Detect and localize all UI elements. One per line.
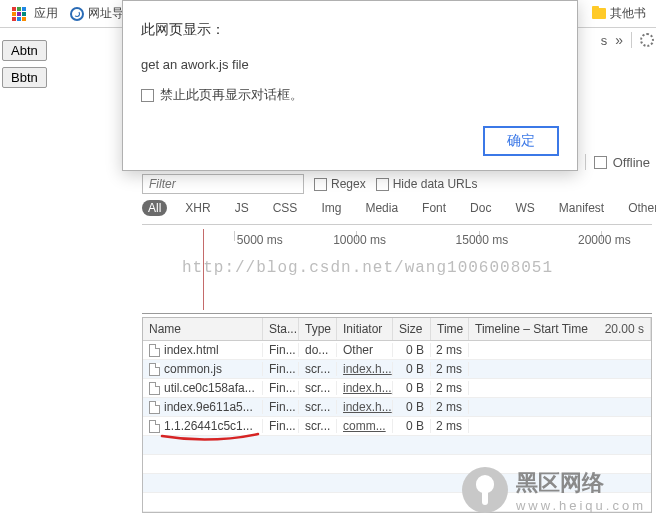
table-header: Name Sta... Type Initiator Size Time Tim…	[143, 318, 651, 341]
hide-data-urls-option[interactable]: Hide data URLs	[376, 177, 478, 191]
timeline-tick: 5000 ms	[234, 231, 281, 241]
table-row[interactable]: util.ce0c158afa...Fin...scr...index.h...…	[143, 379, 651, 398]
watermark-text: http://blog.csdn.net/wang1006008051	[182, 259, 553, 277]
divider	[631, 32, 632, 48]
apps-button[interactable]: 应用	[4, 3, 64, 24]
cell-initiator: index.h...	[337, 381, 393, 395]
suppress-checkbox[interactable]	[141, 89, 154, 102]
table-row[interactable]: common.jsFin...scr...index.h...0 B2 ms	[143, 360, 651, 379]
cell-size: 0 B	[393, 362, 431, 376]
cell-time: 2 ms	[431, 381, 469, 395]
regex-option[interactable]: Regex	[314, 177, 366, 191]
type-filter-doc[interactable]: Doc	[464, 200, 497, 216]
dialog-title: 此网页显示：	[141, 21, 559, 39]
col-timeline[interactable]: Timeline – Start Time 20.00 s	[469, 318, 651, 340]
folder-icon	[592, 8, 606, 19]
apps-label: 应用	[34, 5, 58, 22]
col-type[interactable]: Type	[299, 318, 337, 340]
cell-initiator: index.h...	[337, 400, 393, 414]
cell-initiator: comm...	[337, 419, 393, 433]
cell-type: do...	[299, 343, 337, 357]
alert-dialog: 此网页显示： get an awork.js file 禁止此页再显示对话框。 …	[122, 0, 578, 171]
pane-divider[interactable]	[142, 310, 652, 316]
bookmark-nav-label: 网址导	[88, 5, 124, 22]
cell-type: scr...	[299, 381, 337, 395]
cell-name: index.9e611a5...	[143, 400, 263, 414]
ok-button[interactable]: 确定	[483, 126, 559, 156]
cell-size: 0 B	[393, 419, 431, 433]
resource-type-filter: AllXHRJSCSSImgMediaFontDocWSManifestOthe…	[142, 200, 656, 216]
timeline-tick: 10000 ms	[356, 231, 410, 241]
cell-time: 2 ms	[431, 343, 469, 357]
filter-input[interactable]	[142, 174, 304, 194]
cell-type: scr...	[299, 400, 337, 414]
col-size[interactable]: Size	[393, 318, 431, 340]
file-icon	[149, 401, 160, 414]
cell-type: scr...	[299, 362, 337, 376]
col-time[interactable]: Time	[431, 318, 469, 340]
swirl-icon	[70, 7, 84, 21]
cell-status: Fin...	[263, 343, 299, 357]
cell-name: util.ce0c158afa...	[143, 381, 263, 395]
timeline-tick: 20000 ms	[601, 231, 655, 241]
bbtn-button[interactable]: Bbtn	[2, 67, 47, 88]
type-filter-manifest[interactable]: Manifest	[553, 200, 610, 216]
logo-title: 黑区网络	[516, 468, 646, 498]
cell-status: Fin...	[263, 400, 299, 414]
annotation-underline	[160, 430, 260, 444]
type-filter-css[interactable]: CSS	[267, 200, 304, 216]
divider	[585, 154, 586, 170]
mushroom-icon	[462, 467, 508, 513]
col-status[interactable]: Sta...	[263, 318, 299, 340]
type-filter-font[interactable]: Font	[416, 200, 452, 216]
dialog-message: get an awork.js file	[141, 57, 559, 72]
type-filter-all[interactable]: All	[142, 200, 167, 216]
type-filter-ws[interactable]: WS	[509, 200, 540, 216]
bookmark-nav[interactable]: 网址导	[64, 3, 130, 24]
gear-icon[interactable]	[640, 33, 654, 47]
table-row[interactable]: index.htmlFin...do...Other0 B2 ms	[143, 341, 651, 360]
col-name[interactable]: Name	[143, 318, 263, 340]
apps-grid-icon	[12, 7, 26, 21]
suppress-label: 禁止此页再显示对话框。	[160, 86, 303, 104]
watermark-logo: 黑区网络 www.heiqu.com	[462, 467, 646, 513]
cell-status: Fin...	[263, 381, 299, 395]
type-filter-js[interactable]: JS	[229, 200, 255, 216]
network-filter-bar: Regex Hide data URLs	[142, 174, 652, 194]
hide-data-checkbox[interactable]	[376, 178, 389, 191]
offline-checkbox[interactable]	[594, 156, 607, 169]
regex-checkbox[interactable]	[314, 178, 327, 191]
more-tabs-icon[interactable]: »	[615, 32, 623, 48]
table-row[interactable]: index.9e611a5...Fin...scr...index.h...0 …	[143, 398, 651, 417]
abtn-button[interactable]: Abtn	[2, 40, 47, 61]
type-filter-media[interactable]: Media	[359, 200, 404, 216]
cell-initiator: index.h...	[337, 362, 393, 376]
cell-size: 0 B	[393, 343, 431, 357]
col-initiator[interactable]: Initiator	[337, 318, 393, 340]
type-filter-xhr[interactable]: XHR	[179, 200, 216, 216]
cell-time: 2 ms	[431, 400, 469, 414]
timeline-tick: 15000 ms	[479, 231, 533, 241]
type-filter-img[interactable]: Img	[315, 200, 347, 216]
cell-size: 0 B	[393, 381, 431, 395]
devtools-header-right: s »	[601, 32, 654, 48]
cell-name: common.js	[143, 362, 263, 376]
offline-label: Offline	[613, 155, 650, 170]
cell-name: index.html	[143, 343, 263, 357]
type-filter-other[interactable]: Other	[622, 200, 656, 216]
cell-initiator: Other	[337, 343, 393, 357]
other-bookmarks[interactable]: 其他书	[586, 3, 652, 24]
file-icon	[149, 420, 160, 433]
cell-status: Fin...	[263, 362, 299, 376]
cell-time: 2 ms	[431, 362, 469, 376]
cell-type: scr...	[299, 419, 337, 433]
tab-s[interactable]: s	[601, 33, 608, 48]
file-icon	[149, 363, 160, 376]
other-bookmarks-label: 其他书	[610, 5, 646, 22]
cell-time: 2 ms	[431, 419, 469, 433]
page-buttons: Abtn Bbtn	[2, 40, 47, 88]
network-timeline[interactable]: 5000 ms10000 ms15000 ms20000 ms http://b…	[142, 224, 652, 310]
cell-size: 0 B	[393, 400, 431, 414]
logo-url: www.heiqu.com	[516, 498, 646, 513]
cell-status: Fin...	[263, 419, 299, 433]
